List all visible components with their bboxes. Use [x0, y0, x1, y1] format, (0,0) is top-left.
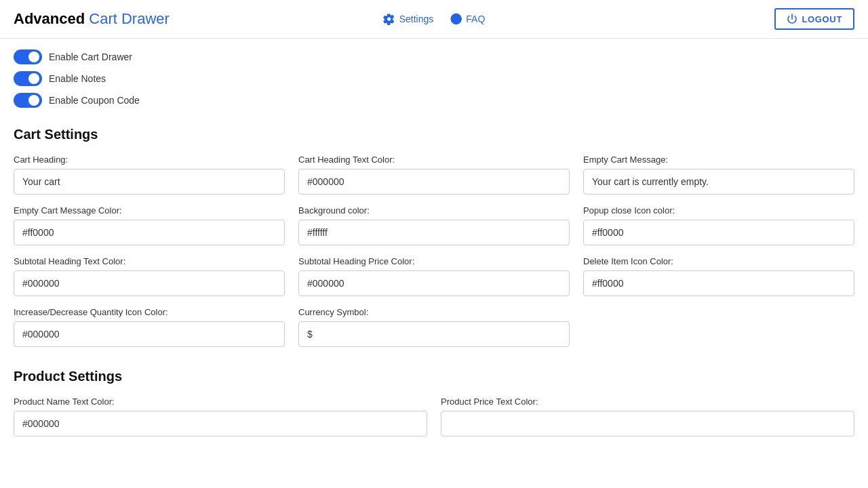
toggle-label-notes: Enable Notes — [49, 73, 106, 84]
cart-heading-text-color-input[interactable] — [298, 169, 570, 195]
toggle-label-cart-drawer: Enable Cart Drawer — [49, 52, 132, 62]
popup-close-icon-color-input[interactable] — [583, 220, 854, 245]
enable-coupon-toggle[interactable] — [14, 93, 42, 108]
enable-notes-toggle[interactable] — [14, 71, 42, 86]
background-color-label: Background color: — [298, 205, 570, 216]
cart-settings-grid: Cart Heading: Cart Heading Text Color: E… — [14, 155, 854, 347]
toggle-row-cart-drawer: Enable Cart Drawer — [14, 49, 854, 64]
subtotal-heading-text-color-input[interactable] — [14, 270, 285, 296]
product-settings-heading: Product Settings — [14, 369, 854, 384]
product-price-text-color-label: Product Price Text Color: — [441, 396, 854, 407]
cart-heading-input[interactable] — [14, 169, 285, 195]
product-name-text-color-input[interactable] — [14, 411, 427, 436]
empty-cart-message-input[interactable] — [583, 169, 854, 195]
cart-heading-label: Cart Heading: — [14, 155, 285, 165]
form-group-subtotal-heading-text-color: Subtotal Heading Text Color: — [14, 256, 285, 296]
product-name-text-color-label: Product Name Text Color: — [14, 396, 427, 407]
form-group-cart-heading: Cart Heading: — [14, 155, 285, 195]
logout-label: LOGOUT — [802, 14, 842, 24]
quantity-icon-color-input[interactable] — [14, 321, 285, 347]
toggle-label-coupon: Enable Coupon Code — [49, 95, 140, 106]
logout-button[interactable]: LOGOUT — [774, 8, 854, 30]
header-nav: Settings FAQ — [383, 13, 486, 25]
power-icon — [787, 14, 797, 24]
form-group-quantity-icon-color: Increase/Decrease Quantity Icon Color: — [14, 307, 285, 347]
settings-icon — [383, 13, 395, 25]
empty-cart-message-color-label: Empty Cart Message Color: — [14, 205, 285, 216]
app-title: Advanced Cart Drawer — [14, 10, 170, 28]
toggle-row-notes: Enable Notes — [14, 71, 854, 86]
currency-symbol-input[interactable] — [298, 321, 570, 347]
empty-cart-message-label: Empty Cart Message: — [583, 155, 854, 165]
form-group-empty-cart-message: Empty Cart Message: — [583, 155, 854, 195]
currency-symbol-label: Currency Symbol: — [298, 307, 570, 317]
form-group-empty-cart-message-color: Empty Cart Message Color: — [14, 205, 285, 245]
faq-icon — [450, 13, 462, 25]
form-group-currency-symbol: Currency Symbol: — [298, 307, 570, 347]
subtotal-heading-price-color-label: Subtotal Heading Price Color: — [298, 256, 570, 266]
enable-cart-drawer-toggle[interactable] — [14, 49, 42, 64]
quantity-icon-color-label: Increase/Decrease Quantity Icon Color: — [14, 307, 285, 317]
popup-close-icon-color-label: Popup close Icon color: — [583, 205, 854, 216]
form-group-background-color: Background color: — [298, 205, 570, 245]
faq-label: FAQ — [466, 14, 485, 24]
product-settings-section: Product Settings Product Name Text Color… — [14, 369, 854, 436]
delete-item-icon-color-label: Delete Item Icon Color: — [583, 256, 854, 266]
empty-cart-message-color-input[interactable] — [14, 220, 285, 245]
form-group-product-price-text-color: Product Price Text Color: — [441, 396, 854, 436]
form-group-cart-heading-text-color: Cart Heading Text Color: — [298, 155, 570, 195]
toggles-section: Enable Cart Drawer Enable Notes Enable C… — [14, 49, 854, 108]
product-settings-grid: Product Name Text Color: Product Price T… — [14, 396, 854, 436]
subtotal-heading-price-color-input[interactable] — [298, 270, 570, 296]
cart-settings-heading: Cart Settings — [14, 127, 854, 142]
faq-nav-item[interactable]: FAQ — [450, 13, 485, 25]
delete-item-icon-color-input[interactable] — [583, 270, 854, 296]
cart-heading-text-color-label: Cart Heading Text Color: — [298, 155, 570, 165]
product-price-text-color-input[interactable] — [441, 411, 854, 436]
toggle-row-coupon: Enable Coupon Code — [14, 93, 854, 108]
form-group-popup-close-icon-color: Popup close Icon color: — [583, 205, 854, 245]
form-group-delete-item-icon-color: Delete Item Icon Color: — [583, 256, 854, 296]
cart-settings-section: Cart Settings Cart Heading: Cart Heading… — [14, 127, 854, 347]
app-header: Advanced Cart Drawer Settings FAQ LOGOUT — [0, 0, 868, 39]
background-color-input[interactable] — [298, 220, 570, 245]
form-group-subtotal-heading-price-color: Subtotal Heading Price Color: — [298, 256, 570, 296]
settings-label: Settings — [399, 14, 434, 24]
settings-nav-item[interactable]: Settings — [383, 13, 434, 25]
form-group-product-name-text-color: Product Name Text Color: — [14, 396, 427, 436]
subtotal-heading-text-color-label: Subtotal Heading Text Color: — [14, 256, 285, 266]
